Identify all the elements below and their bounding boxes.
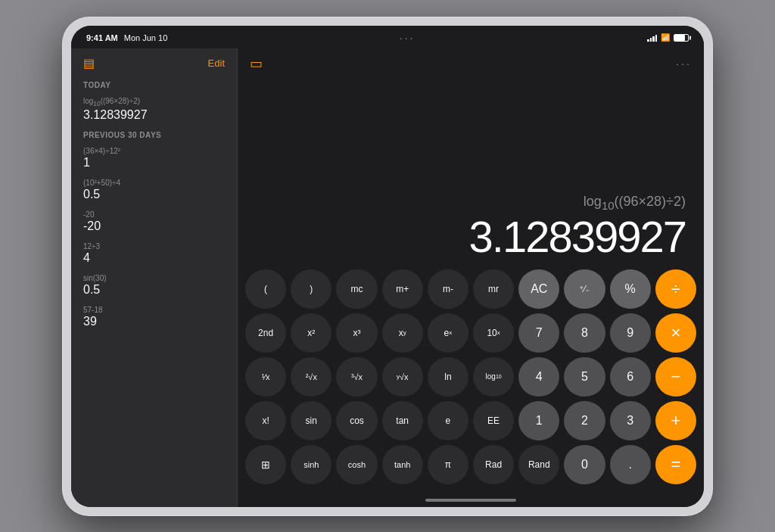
btn-tanh[interactable]: tanh	[382, 445, 423, 484]
btn-log10[interactable]: log10	[473, 357, 514, 397]
btn-percent[interactable]: %	[610, 269, 651, 309]
btn-factorial[interactable]: x!	[245, 401, 286, 440]
btn-subtract[interactable]: −	[655, 357, 696, 397]
btn-tan[interactable]: tan	[382, 401, 423, 440]
history-result: 1	[83, 156, 225, 170]
history-result: 4	[83, 251, 225, 265]
btn-rand[interactable]: Rand	[518, 445, 559, 484]
history-item-4[interactable]: sin(30) 0.5	[71, 269, 237, 301]
history-expr: 12÷3	[83, 242, 225, 250]
history-result: 0.5	[83, 283, 225, 297]
previous-section-label: PREVIOUS 30 DAYS	[71, 126, 237, 142]
history-expr: 57-18	[83, 306, 225, 314]
sidebar-icon: ▤	[83, 56, 95, 70]
wifi-icon: 📶	[661, 33, 670, 42]
btn-m-plus[interactable]: m+	[382, 269, 423, 309]
btn-6[interactable]: 6	[610, 357, 651, 397]
btn-inv-x[interactable]: ¹⁄x	[245, 357, 286, 397]
button-grid: ( ) mc m+ m- mr AC ⁺⁄₋ % ÷ 2nd x² x³ xy …	[238, 266, 704, 493]
btn-add[interactable]: +	[655, 401, 696, 440]
history-today-item-0[interactable]: log10((96×28)÷2) 3.12839927	[71, 92, 237, 126]
btn-pi[interactable]: π	[428, 445, 468, 484]
home-indicator	[238, 493, 704, 507]
home-bar	[425, 499, 516, 502]
today-section-label: TODAY	[71, 76, 237, 92]
battery-icon	[674, 34, 689, 42]
calc-top-bar: ▭ ···	[238, 48, 704, 76]
btn-9[interactable]: 9	[610, 313, 651, 353]
display-result: 3.12839927	[469, 215, 686, 259]
btn-mr[interactable]: mr	[473, 269, 514, 309]
history-header: ▤ Edit	[71, 48, 237, 76]
btn-x-power-y[interactable]: xy	[382, 313, 423, 353]
history-result: 0.5	[83, 188, 225, 201]
btn-sqrt-y[interactable]: y√x	[382, 357, 423, 397]
btn-sqrt-2[interactable]: ²√x	[291, 357, 331, 397]
status-date: Mon Jun 10	[124, 33, 167, 42]
btn-sqrt-3[interactable]: ³√x	[336, 357, 377, 397]
btn-ln[interactable]: ln	[428, 357, 468, 397]
calculator-section: ▭ ··· log10((96×28)÷2) 3.12839927 ( ) mc	[238, 48, 704, 507]
history-result: 39	[83, 315, 225, 328]
btn-e-x[interactable]: ex	[428, 313, 468, 353]
btn-7[interactable]: 7	[518, 313, 559, 353]
history-expr: sin(30)	[83, 274, 225, 282]
btn-8[interactable]: 8	[564, 313, 605, 353]
history-expr: log10((96×28)÷2)	[83, 97, 225, 107]
btn-rad[interactable]: Rad	[473, 445, 514, 484]
btn-0[interactable]: 0	[564, 445, 605, 484]
sidebar-toggle-button[interactable]: ▭	[250, 55, 263, 72]
history-item-1[interactable]: (10²+50)÷4 0.5	[71, 174, 237, 206]
edit-button[interactable]: Edit	[208, 58, 225, 69]
btn-e[interactable]: e	[428, 401, 468, 440]
history-expr: -20	[83, 210, 225, 219]
btn-2[interactable]: 2	[564, 401, 605, 440]
ipad-screen: 9:41 AM Mon Jun 10 ··· 📶	[71, 26, 704, 507]
more-options-button[interactable]: ···	[676, 58, 692, 70]
status-bar: 9:41 AM Mon Jun 10 ··· 📶	[71, 26, 704, 48]
history-expr: (36×4)÷12²	[83, 147, 225, 155]
btn-3[interactable]: 3	[610, 401, 651, 440]
status-time: 9:41 AM	[86, 33, 118, 42]
btn-sin[interactable]: sin	[291, 401, 331, 440]
btn-decimal[interactable]: .	[610, 445, 651, 484]
btn-close-paren[interactable]: )	[291, 269, 331, 309]
signal-icon	[647, 34, 657, 42]
btn-x-squared[interactable]: x²	[291, 313, 331, 353]
btn-m-minus[interactable]: m-	[428, 269, 468, 309]
history-item-5[interactable]: 57-18 39	[71, 301, 237, 333]
btn-sinh[interactable]: sinh	[291, 445, 331, 484]
btn-2nd[interactable]: 2nd	[245, 313, 286, 353]
btn-1[interactable]: 1	[518, 401, 559, 440]
btn-ac[interactable]: AC	[518, 269, 559, 309]
history-result: -20	[83, 219, 225, 233]
btn-divide[interactable]: ÷	[655, 269, 696, 309]
main-content: ▤ Edit TODAY log10((96×28)÷2) 3.12839927…	[71, 48, 704, 507]
btn-5[interactable]: 5	[564, 357, 605, 397]
btn-equals[interactable]: =	[655, 445, 696, 484]
btn-cosh[interactable]: cosh	[336, 445, 377, 484]
btn-open-paren[interactable]: (	[245, 269, 286, 309]
ipad-frame: 9:41 AM Mon Jun 10 ··· 📶	[62, 17, 713, 516]
status-indicators: 📶	[647, 33, 689, 42]
btn-cos[interactable]: cos	[336, 401, 377, 440]
history-item-2[interactable]: -20 -20	[71, 206, 237, 238]
history-item-3[interactable]: 12÷3 4	[71, 238, 237, 269]
history-expr: (10²+50)÷4	[83, 179, 225, 187]
btn-ee[interactable]: EE	[473, 401, 514, 440]
display-area: log10((96×28)÷2) 3.12839927	[238, 76, 704, 266]
btn-mc[interactable]: mc	[336, 269, 377, 309]
btn-4[interactable]: 4	[518, 357, 559, 397]
display-expression: log10((96×28)÷2)	[584, 194, 686, 212]
history-item-0[interactable]: (36×4)÷12² 1	[71, 142, 237, 174]
history-panel: ▤ Edit TODAY log10((96×28)÷2) 3.12839927…	[71, 48, 238, 507]
btn-sign[interactable]: ⁺⁄₋	[564, 269, 605, 309]
btn-grid[interactable]: ⊞	[245, 445, 286, 484]
btn-multiply[interactable]: ×	[655, 313, 696, 353]
history-result: 3.12839927	[83, 108, 225, 122]
btn-10-x[interactable]: 10x	[473, 313, 514, 353]
btn-x-cubed[interactable]: x³	[336, 313, 377, 353]
status-center-dots: ···	[400, 32, 416, 44]
